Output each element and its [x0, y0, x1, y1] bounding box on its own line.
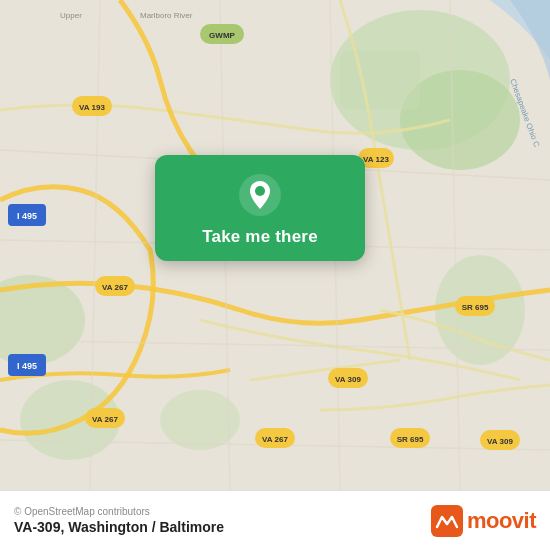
svg-text:Upper: Upper	[60, 11, 82, 20]
svg-text:VA 309: VA 309	[487, 437, 513, 446]
take-me-there-button[interactable]: Take me there	[202, 227, 318, 247]
svg-text:VA 193: VA 193	[79, 103, 105, 112]
svg-text:VA 267: VA 267	[262, 435, 288, 444]
osm-credit-text: © OpenStreetMap contributors	[14, 506, 224, 517]
footer-left: © OpenStreetMap contributors VA-309, Was…	[14, 506, 224, 535]
svg-text:I 495: I 495	[17, 211, 37, 221]
moovit-icon	[431, 505, 463, 537]
moovit-logo: moovit	[431, 505, 536, 537]
svg-text:VA 267: VA 267	[102, 283, 128, 292]
location-pin-icon	[238, 173, 282, 217]
navigation-card[interactable]: Take me there	[155, 155, 365, 261]
svg-rect-45	[431, 505, 463, 537]
svg-text:SR 695: SR 695	[397, 435, 424, 444]
footer-bar: © OpenStreetMap contributors VA-309, Was…	[0, 490, 550, 550]
svg-text:SR 695: SR 695	[462, 303, 489, 312]
svg-point-44	[255, 186, 265, 196]
svg-text:VA 267: VA 267	[92, 415, 118, 424]
moovit-text: moovit	[467, 508, 536, 534]
map-container: I 495 I 495 VA 193 VA 267 VA 123 SR 695 …	[0, 0, 550, 490]
svg-text:GWMP: GWMP	[209, 31, 235, 40]
svg-text:VA 123: VA 123	[363, 155, 389, 164]
svg-text:I 495: I 495	[17, 361, 37, 371]
location-label: VA-309, Washington / Baltimore	[14, 519, 224, 535]
svg-text:Marlboro River: Marlboro River	[140, 11, 193, 20]
svg-rect-7	[340, 50, 420, 110]
svg-text:VA 309: VA 309	[335, 375, 361, 384]
